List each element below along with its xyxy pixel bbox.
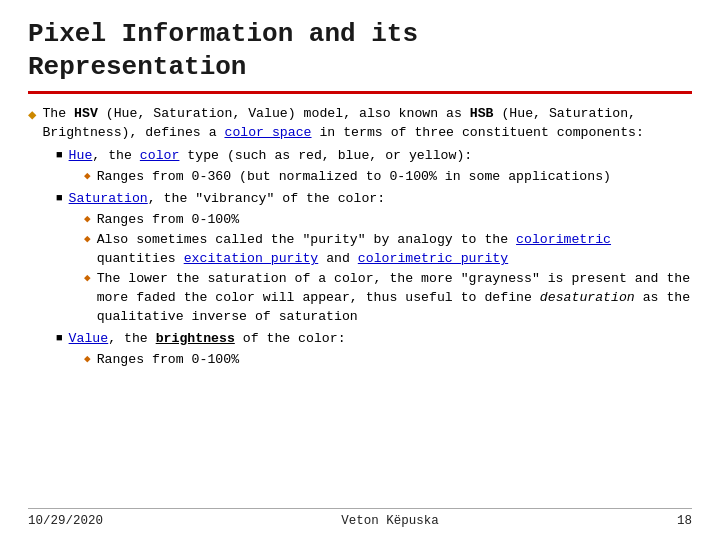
footer-author: Veton Këpuska [341, 514, 439, 528]
diamond-small-sat1: ◆ [84, 212, 91, 228]
diamond-small-sat3: ◆ [84, 271, 91, 287]
sat-sub3-bullet: ◆ The lower the saturation of a color, t… [84, 269, 692, 326]
diamond-small-sat2: ◆ [84, 232, 91, 248]
sat-sub2-text: Also sometimes called the "purity" by an… [97, 230, 692, 268]
slide-content: ◆ The HSV (Hue, Saturation, Value) model… [28, 104, 692, 502]
footer-page: 18 [677, 514, 692, 528]
main-bullet: ◆ The HSV (Hue, Saturation, Value) model… [28, 104, 692, 142]
slide: Pixel Information and its Representation… [0, 0, 720, 540]
saturation-bullet: ■ Saturation, the "vibrancy" of the colo… [56, 189, 692, 208]
value-sub-text: Ranges from 0-100% [97, 350, 239, 369]
square-bullet-val: ■ [56, 331, 63, 347]
sat-sub3-text: The lower the saturation of a color, the… [97, 269, 692, 326]
hue-bullet: ■ Hue, the color type (such as red, blue… [56, 146, 692, 165]
diamond-small-icon: ◆ [84, 169, 91, 185]
square-bullet-hue: ■ [56, 148, 63, 164]
title-divider [28, 91, 692, 94]
footer: 10/29/2020 Veton Këpuska 18 [28, 508, 692, 528]
value-text: Value, the brightness of the color: [69, 329, 346, 348]
sat-sub1-bullet: ◆ Ranges from 0-100% [84, 210, 692, 229]
diamond-small-val: ◆ [84, 352, 91, 368]
hue-text: Hue, the color type (such as red, blue, … [69, 146, 473, 165]
value-sub-bullet: ◆ Ranges from 0-100% [84, 350, 692, 369]
saturation-text: Saturation, the "vibrancy" of the color: [69, 189, 386, 208]
main-bullet-text: The HSV (Hue, Saturation, Value) model, … [42, 104, 692, 142]
diamond-icon: ◆ [28, 105, 36, 125]
slide-title: Pixel Information and its Representation [28, 18, 692, 83]
sat-sub1-text: Ranges from 0-100% [97, 210, 239, 229]
hue-sub-bullet: ◆ Ranges from 0-360 (but normalized to 0… [84, 167, 692, 186]
value-bullet: ■ Value, the brightness of the color: [56, 329, 692, 348]
sat-sub2-bullet: ◆ Also sometimes called the "purity" by … [84, 230, 692, 268]
footer-date: 10/29/2020 [28, 514, 103, 528]
square-bullet-sat: ■ [56, 191, 63, 207]
hue-sub-text: Ranges from 0-360 (but normalized to 0-1… [97, 167, 611, 186]
